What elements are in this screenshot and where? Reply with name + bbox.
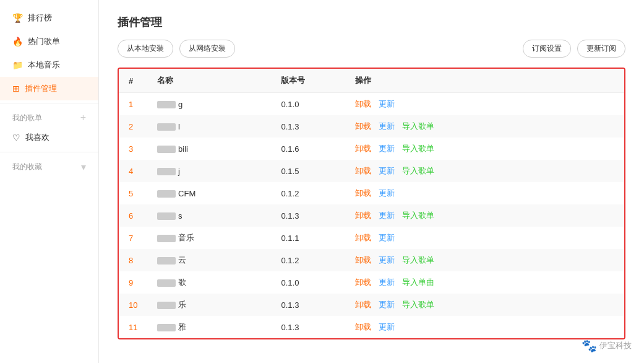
row-num: 11 xyxy=(119,316,147,338)
row-version: 0.1.3 xyxy=(271,204,345,227)
table-row: 6▓▓ s0.1.3卸载 更新 导入歌单 xyxy=(119,204,624,227)
row-actions: 卸载 更新 导入歌单 xyxy=(345,294,624,316)
update-subscribe-button[interactable]: 更新订阅 xyxy=(577,40,625,58)
watermark-text: 伊宝科技 xyxy=(599,340,632,351)
action-卸载[interactable]: 卸载 xyxy=(355,211,371,220)
table-row: 10▓▓ 乐0.1.3卸载 更新 导入歌单 xyxy=(119,294,624,316)
row-actions: 卸载 更新 xyxy=(345,93,624,116)
heart-icon: ♡ xyxy=(12,133,20,142)
action-卸载[interactable]: 卸载 xyxy=(355,188,371,198)
action-导入歌单[interactable]: 导入歌单 xyxy=(402,300,434,309)
table-row: 1▓▓ g0.1.0卸载 更新 xyxy=(119,93,624,116)
my-playlist-section: 我的歌单 + xyxy=(0,106,98,126)
action-更新[interactable]: 更新 xyxy=(379,278,395,287)
my-playlist-label: 我的歌单 xyxy=(12,113,42,123)
action-更新[interactable]: 更新 xyxy=(379,188,395,198)
action-更新[interactable]: 更新 xyxy=(379,166,395,175)
action-更新[interactable]: 更新 xyxy=(379,322,395,331)
action-导入歌单[interactable]: 导入歌单 xyxy=(402,144,434,153)
plugin-table-body: 1▓▓ g0.1.0卸载 更新 2▓▓ l0.1.3卸载 更新 导入歌单 3▓▓… xyxy=(119,93,624,339)
ranking-icon: 🏆 xyxy=(12,13,23,23)
col-header-num: # xyxy=(119,69,147,93)
row-num: 10 xyxy=(119,294,147,316)
hot-icon: 🔥 xyxy=(12,37,23,46)
action-导入歌单[interactable]: 导入歌单 xyxy=(402,121,434,131)
row-actions: 卸载 更新 xyxy=(345,182,624,204)
sidebar: 🏆 排行榜 🔥 热门歌单 📁 本地音乐 ⊞ 插件管理 我的歌单 + ♡ 我喜欢 … xyxy=(0,0,99,363)
action-导入歌单[interactable]: 导入歌单 xyxy=(402,211,434,220)
table-row: 11▓▓ 雅0.1.3卸载 更新 xyxy=(119,316,624,338)
plugin-table: # 名称 版本号 操作 1▓▓ g0.1.0卸载 更新 2▓▓ l0.1.3卸载… xyxy=(119,69,624,338)
row-version: 0.1.1 xyxy=(271,227,345,249)
row-name: ▓▓ s xyxy=(147,204,271,227)
row-name: ▓▓ 乐 xyxy=(147,294,271,316)
sidebar-item-my-fav[interactable]: ♡ 我喜欢 xyxy=(0,126,98,149)
network-install-button[interactable]: 从网络安装 xyxy=(179,40,235,58)
folder-icon: 📁 xyxy=(12,60,23,70)
row-name: ▓▓ l xyxy=(147,115,271,138)
row-actions: 卸载 更新 xyxy=(345,316,624,338)
action-卸载[interactable]: 卸载 xyxy=(355,144,371,153)
action-卸载[interactable]: 卸载 xyxy=(355,99,371,108)
row-num: 8 xyxy=(119,249,147,271)
sidebar-item-plugin-manager[interactable]: ⊞ 插件管理 xyxy=(0,77,98,100)
my-collection-section: 我的收藏 ▾ xyxy=(0,155,98,175)
row-actions: 卸载 更新 导入歌单 xyxy=(345,160,624,182)
table-row: 9▓▓ 歌0.1.0卸载 更新 导入单曲 xyxy=(119,271,624,294)
main-content: 插件管理 从本地安装 从网络安装 订阅设置 更新订阅 # 名称 版本号 操作 1… xyxy=(99,0,644,363)
action-卸载[interactable]: 卸载 xyxy=(355,233,371,242)
sidebar-item-local-music[interactable]: 📁 本地音乐 xyxy=(0,53,98,77)
local-install-button[interactable]: 从本地安装 xyxy=(118,40,173,58)
row-version: 0.1.3 xyxy=(271,294,345,316)
action-更新[interactable]: 更新 xyxy=(379,121,395,131)
col-header-name: 名称 xyxy=(147,69,271,93)
sidebar-item-hot-playlist[interactable]: 🔥 热门歌单 xyxy=(0,30,98,53)
action-更新[interactable]: 更新 xyxy=(379,99,395,108)
table-header-row: # 名称 版本号 操作 xyxy=(119,69,624,93)
action-更新[interactable]: 更新 xyxy=(379,211,395,220)
page-title: 插件管理 xyxy=(118,15,625,30)
action-更新[interactable]: 更新 xyxy=(379,144,395,153)
sidebar-item-label: 热门歌单 xyxy=(28,36,60,47)
action-卸载[interactable]: 卸载 xyxy=(355,278,371,287)
action-卸载[interactable]: 卸载 xyxy=(355,322,371,331)
row-num: 5 xyxy=(119,182,147,204)
action-卸载[interactable]: 卸载 xyxy=(355,300,371,309)
action-更新[interactable]: 更新 xyxy=(379,255,395,265)
sidebar-item-label: 本地音乐 xyxy=(28,59,60,71)
row-actions: 卸载 更新 导入单曲 xyxy=(345,271,624,294)
action-更新[interactable]: 更新 xyxy=(379,300,395,309)
watermark: 🐾 伊宝科技 xyxy=(582,338,632,353)
table-row: 3▓▓ bili0.1.6卸载 更新 导入歌单 xyxy=(119,138,624,160)
row-num: 4 xyxy=(119,160,147,182)
add-playlist-button[interactable]: + xyxy=(80,112,86,123)
sidebar-divider-2 xyxy=(0,152,98,152)
action-导入单曲[interactable]: 导入单曲 xyxy=(402,278,434,287)
action-卸载[interactable]: 卸载 xyxy=(355,166,371,175)
sidebar-divider xyxy=(0,103,98,103)
table-row: 7▓▓ 音乐0.1.1卸载 更新 xyxy=(119,227,624,249)
add-collection-button[interactable]: ▾ xyxy=(81,161,86,173)
action-导入歌单[interactable]: 导入歌单 xyxy=(402,166,434,175)
action-更新[interactable]: 更新 xyxy=(379,233,395,242)
row-num: 6 xyxy=(119,204,147,227)
action-卸载[interactable]: 卸载 xyxy=(355,121,371,131)
row-actions: 卸载 更新 导入歌单 xyxy=(345,138,624,160)
action-卸载[interactable]: 卸载 xyxy=(355,255,371,265)
sidebar-item-ranking[interactable]: 🏆 排行榜 xyxy=(0,6,98,30)
table-row: 2▓▓ l0.1.3卸载 更新 导入歌单 xyxy=(119,115,624,138)
subscribe-settings-button[interactable]: 订阅设置 xyxy=(523,40,571,58)
row-num: 9 xyxy=(119,271,147,294)
my-collection-label: 我的收藏 xyxy=(12,162,42,172)
plugin-icon: ⊞ xyxy=(12,84,20,94)
row-version: 0.1.3 xyxy=(271,115,345,138)
row-name: ▓▓ 云 xyxy=(147,249,271,271)
table-row: 8▓▓ 云0.1.2卸载 更新 导入歌单 xyxy=(119,249,624,271)
action-导入歌单[interactable]: 导入歌单 xyxy=(402,255,434,265)
row-version: 0.1.0 xyxy=(271,93,345,116)
row-name: ▓▓ bili xyxy=(147,138,271,160)
plugin-table-wrapper: # 名称 版本号 操作 1▓▓ g0.1.0卸载 更新 2▓▓ l0.1.3卸载… xyxy=(118,68,625,339)
watermark-icon: 🐾 xyxy=(582,338,597,353)
row-version: 0.1.0 xyxy=(271,271,345,294)
toolbar: 从本地安装 从网络安装 订阅设置 更新订阅 xyxy=(118,40,625,58)
